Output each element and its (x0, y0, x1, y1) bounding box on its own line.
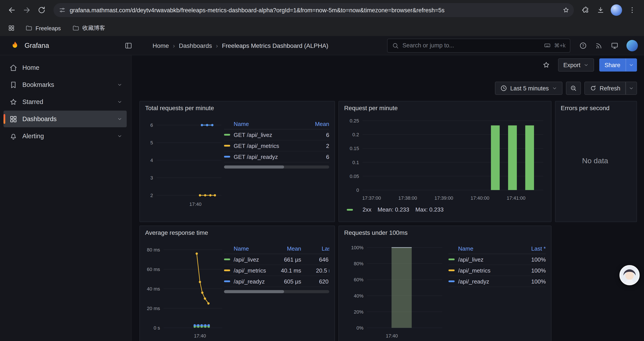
legend-row[interactable]: GET /api/_livez6 (224, 129, 329, 140)
address-bar[interactable]: grafana.mathmast.com/d/deytv4rwavabkb/fr… (54, 3, 574, 17)
panel-title[interactable]: Errors per second (556, 101, 636, 113)
total-requests-chart[interactable]: 6543217:40 (143, 114, 224, 212)
bookmark-item-blog[interactable]: 收藏博客 (69, 24, 109, 32)
share-button[interactable]: Share (599, 58, 626, 72)
site-settings-icon[interactable] (59, 7, 66, 14)
legend-scrollbar[interactable] (224, 165, 329, 169)
requests-under-100ms-chart[interactable]: 100%80%60%40%20%0%17:40 (342, 238, 446, 341)
legend-series-name: /api/_metrics (224, 267, 274, 274)
refresh-interval-button[interactable] (626, 82, 637, 95)
url-text[interactable]: grafana.mathmast.com/d/deytv4rwavabkb/fr… (70, 7, 556, 14)
legend-header-name[interactable]: Name (224, 121, 304, 127)
sidebar-item-alerting[interactable]: Alerting (4, 128, 127, 144)
scrollbar-thumb[interactable] (224, 165, 284, 169)
legend-series-name: /api/_metrics (448, 267, 521, 274)
legend-series-name: GET /api/_readyz (224, 153, 304, 160)
svg-text:0.15: 0.15 (350, 146, 359, 151)
assistant-avatar[interactable] (620, 265, 640, 285)
request-per-minute-chart[interactable]: 0.250.20.150.10.05017:37:0017:38:0017:39… (342, 114, 546, 204)
legend-value: 20.5 ms (301, 267, 329, 274)
kiosk-mode-button[interactable] (608, 39, 621, 52)
grafana-user-avatar[interactable] (626, 40, 638, 51)
legend-scrollbar[interactable] (224, 290, 329, 293)
rss-icon (595, 42, 603, 49)
legend-header-name[interactable]: Name (448, 245, 521, 252)
svg-text:0.1: 0.1 (352, 160, 359, 165)
zoom-out-time-button[interactable] (566, 82, 581, 95)
export-button[interactable]: Export (558, 58, 594, 72)
svg-text:40%: 40% (354, 293, 364, 299)
browser-menu-button[interactable] (625, 3, 640, 18)
active-indicator (4, 114, 5, 124)
svg-text:60 ms: 60 ms (147, 267, 160, 272)
sidebar-item-home[interactable]: Home (4, 59, 127, 76)
time-range-picker[interactable]: Last 5 minutes (495, 82, 562, 95)
legend-row[interactable]: /api/_readyz100% (448, 276, 546, 287)
request-per-minute-legend[interactable]: 2xxMean: 0.233Max: 0.233 (342, 204, 546, 213)
legend-row[interactable]: /api/_readyz605 µs620 µs (224, 276, 329, 287)
apps-grid-icon (8, 25, 15, 32)
sidebar-item-bookmarks[interactable]: Bookmarks (4, 76, 127, 93)
breadcrumb-home[interactable]: Home (152, 42, 169, 49)
downloads-button[interactable] (593, 3, 608, 18)
reload-button[interactable] (34, 3, 49, 18)
svg-text:17:40: 17:40 (190, 201, 202, 207)
legend-header: NameMean (224, 119, 329, 129)
panel-title[interactable]: Requests under 100ms (339, 226, 551, 237)
panel-title[interactable]: Request per minute (339, 101, 551, 113)
series-swatch (224, 269, 230, 271)
bookmark-item-freeleaps[interactable]: Freeleaps (22, 25, 64, 32)
panel-title[interactable]: Total requests per minute (140, 101, 334, 113)
search-box[interactable]: ⌘+k (387, 38, 570, 53)
svg-text:17:40:00: 17:40:00 (470, 195, 490, 201)
legend-row[interactable]: /api/_livez100% (448, 254, 546, 265)
legend-value: 661 µs (274, 256, 301, 263)
refresh-button[interactable]: Refresh (584, 82, 626, 95)
legend-row[interactable]: /api/_metrics40.1 ms20.5 ms (224, 265, 329, 276)
legend-series-name: GET /api/_metrics (224, 142, 304, 149)
legend-header-value[interactable]: Last * (521, 245, 546, 252)
apps-grid-button[interactable] (5, 22, 18, 34)
refresh-icon (590, 85, 596, 92)
legend-row[interactable]: /api/_metrics100% (448, 265, 546, 276)
sidebar-item-starred[interactable]: Starred (4, 94, 127, 110)
sidebar-item-label: Home (22, 64, 39, 71)
news-button[interactable] (592, 39, 606, 52)
extensions-button[interactable] (578, 3, 593, 18)
breadcrumb-dashboards[interactable]: Dashboards (179, 42, 212, 49)
svg-text:?: ? (582, 44, 584, 47)
sidebar-item-dashboards[interactable]: Dashboards (4, 111, 127, 127)
legend-value: 6 (304, 153, 329, 160)
panel-requests-under-100ms: Requests under 100ms 100%80%60%40%20%0%1… (338, 226, 552, 341)
keyboard-icon (544, 42, 550, 49)
legend-row[interactable]: GET /api/_readyz6 (224, 151, 329, 162)
back-button[interactable] (4, 3, 19, 18)
bookmark-page-button[interactable] (560, 4, 572, 16)
dock-menu-button[interactable] (122, 39, 135, 52)
chevron-down-icon (629, 86, 634, 91)
legend-series-name[interactable]: 2xx (362, 206, 371, 213)
scrollbar-thumb[interactable] (224, 290, 284, 293)
legend-header-value[interactable]: Mean (274, 245, 301, 252)
legend-stat: Mean: 0.233 (378, 206, 409, 213)
legend-value: 100% (521, 256, 546, 263)
legend-row[interactable]: GET /api/_metrics2 (224, 140, 329, 151)
legend-header-name[interactable]: Name (224, 245, 274, 252)
search-input[interactable] (402, 42, 540, 49)
average-response-time-chart[interactable]: 80 ms60 ms40 ms20 ms0 s17:40 (143, 238, 224, 341)
favorite-dashboard-button[interactable] (540, 58, 553, 72)
legend-header-value[interactable]: Mean (304, 121, 329, 127)
panel-title[interactable]: Average response time (140, 226, 334, 237)
browser-toolbar: grafana.mathmast.com/d/deytv4rwavabkb/fr… (0, 0, 644, 20)
clock-icon (500, 85, 507, 92)
grafana-app: Grafana Home › Dashboards › Freeleaps Me… (0, 36, 644, 341)
share-menu-button[interactable] (626, 58, 637, 72)
series-swatch (347, 209, 353, 210)
dashboard-actionbar: Export Share (132, 55, 644, 75)
legend-row[interactable]: /api/_livez661 µs646 µs (224, 254, 329, 265)
svg-text:17:37:00: 17:37:00 (362, 195, 381, 201)
help-button[interactable]: ? (576, 39, 590, 52)
forward-button[interactable] (19, 3, 34, 18)
legend-header-value[interactable]: Last * (301, 245, 329, 252)
browser-profile-avatar[interactable] (611, 5, 622, 16)
